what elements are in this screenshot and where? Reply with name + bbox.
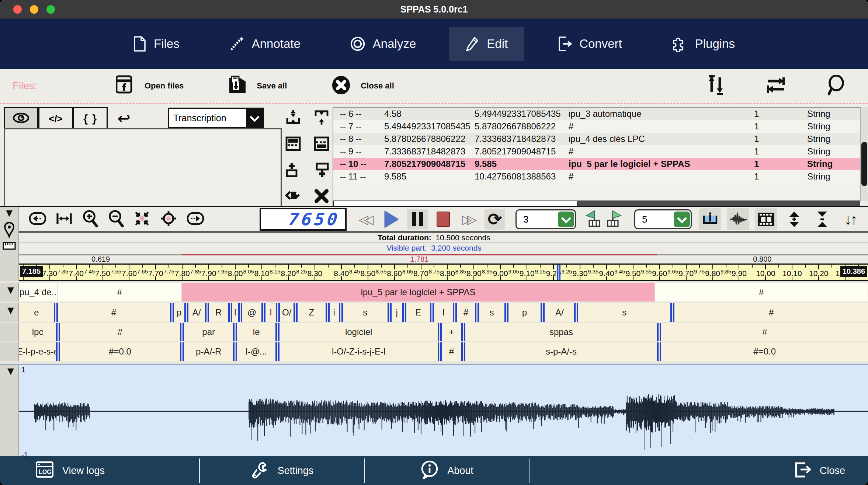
annotation-segment[interactable]: E: [405, 303, 432, 322]
annotation-segment[interactable]: l: [264, 303, 277, 322]
pause-button[interactable]: [407, 209, 428, 230]
nav-tab-files[interactable]: Files: [117, 27, 196, 61]
tier-select-dropdown[interactable]: Transcription: [168, 108, 264, 128]
search-files-icon[interactable]: [826, 75, 846, 97]
annotation-segment[interactable]: logiciel: [278, 323, 439, 341]
annotation-text-area[interactable]: [4, 128, 282, 207]
annotation-segment[interactable]: p: [507, 303, 542, 322]
flag-end-icon[interactable]: [607, 209, 624, 229]
show-video-toggle[interactable]: [755, 208, 777, 230]
table-vscroll-thumb[interactable]: [861, 142, 867, 186]
annotation-segment[interactable]: p-A/-R: [183, 342, 235, 361]
show-waveform-toggle[interactable]: [727, 208, 749, 230]
add-annotation-after-icon[interactable]: [314, 162, 329, 179]
settings-button[interactable]: Settings: [200, 456, 364, 485]
table-hscrollbar[interactable]: [333, 200, 860, 206]
annotation-segment[interactable]: s: [341, 303, 389, 322]
fit-width-icon[interactable]: [56, 212, 72, 227]
view-logs-button[interactable]: LOG View logs: [0, 456, 199, 485]
annotation-segment[interactable]: s-p-A/-s: [464, 342, 659, 361]
playhead-cursor[interactable]: [557, 265, 560, 280]
merge-previous-icon[interactable]: [285, 136, 301, 153]
save-all-button[interactable]: Save all: [228, 75, 287, 97]
expand-tiers-button[interactable]: [783, 208, 805, 230]
annotation-segment[interactable]: ipu_4 de...: [19, 283, 58, 301]
annotation-segment[interactable]: sppas: [464, 323, 659, 341]
play-button[interactable]: [381, 209, 402, 230]
annotation-segment[interactable]: l: [433, 303, 454, 322]
nav-tab-edit[interactable]: Edit: [449, 27, 524, 61]
swap-files-icon[interactable]: [766, 76, 785, 96]
collapse-waveform-icon[interactable]: ▼: [3, 366, 16, 377]
labels-icon[interactable]: [285, 189, 301, 205]
merge-next-icon[interactable]: [314, 136, 329, 153]
scroll-backward-icon[interactable]: [29, 212, 46, 227]
close-button[interactable]: Close: [530, 456, 868, 485]
table-row[interactable]: -- 7 --5.49449233170854355.8780266788062…: [333, 120, 860, 133]
annotation-segment[interactable]: j: [390, 303, 404, 322]
table-hscroll-thumb[interactable]: [333, 201, 577, 206]
collapse-tier-icon[interactable]: ▼: [3, 305, 16, 316]
loop-button[interactable]: ⟳: [485, 209, 505, 230]
table-row[interactable]: -- 11 --9.58510.42756081388563#1String: [333, 170, 860, 183]
view-mode-tab[interactable]: [4, 107, 38, 129]
table-row[interactable]: -- 9 --7.3336837184828737.80521790904871…: [333, 145, 860, 158]
collapse-all-icon[interactable]: ▼: [4, 207, 15, 219]
annotation-segment[interactable]: le: [236, 323, 277, 341]
annotation-segment[interactable]: #: [440, 342, 462, 361]
merge-annotation-icon[interactable]: [286, 109, 301, 127]
annotation-segment[interactable]: par: [183, 323, 235, 341]
nav-tab-convert[interactable]: Convert: [541, 27, 638, 61]
annotation-segment[interactable]: #: [58, 283, 182, 301]
about-button[interactable]: About: [365, 456, 529, 485]
annotation-segment[interactable]: +: [440, 323, 462, 341]
nav-tab-analyze[interactable]: Analyze: [334, 27, 432, 60]
add-annotation-before-icon[interactable]: [285, 162, 301, 179]
zoom-out-icon[interactable]: [108, 210, 124, 229]
table-row[interactable]: -- 10 --7.8052179090487159.585ipu_5 par …: [333, 158, 860, 170]
table-row[interactable]: -- 8 --5.8780266788062227.33368371848287…: [333, 133, 860, 145]
annotation-segment[interactable]: A/: [187, 303, 206, 322]
open-files-button[interactable]: Open files: [116, 75, 184, 97]
nav-tab-annotate[interactable]: Annotate: [213, 27, 317, 61]
time-ruler[interactable]: 7.307.407.507.607.707.807.908.008.108.20…: [19, 264, 868, 281]
annotation-segment[interactable]: s: [577, 303, 672, 322]
delete-annotation-icon[interactable]: [314, 189, 329, 205]
sort-tiers-button[interactable]: ↓↑: [839, 208, 861, 230]
annotation-segment[interactable]: lpc: [19, 323, 58, 341]
period-end-dropdown[interactable]: 5: [634, 209, 692, 229]
annotation-segment[interactable]: #: [59, 323, 181, 341]
center-at-cursor-icon[interactable]: [160, 210, 177, 228]
fast-forward-button[interactable]: ▷▷: [459, 209, 479, 230]
close-all-button[interactable]: Close all: [331, 75, 394, 97]
collapse-tiers-button[interactable]: [811, 208, 833, 230]
annotation-segment[interactable]: #: [655, 283, 868, 301]
annotation-segment[interactable]: p: [173, 303, 186, 322]
annotation-segment[interactable]: A/: [543, 303, 576, 322]
split-annotation-icon[interactable]: [314, 109, 329, 127]
annotation-segment[interactable]: l: [231, 303, 240, 322]
annotation-segment[interactable]: O/: [278, 303, 295, 322]
annotation-segment[interactable]: e: [19, 303, 55, 322]
nav-tab-plugins[interactable]: Plugins: [655, 27, 751, 61]
code-mode-tab[interactable]: </>: [38, 107, 73, 129]
annotation-segment[interactable]: E-l-p-e-s-e: [19, 342, 58, 361]
show-annotations-toggle[interactable]: [699, 208, 721, 230]
stop-button[interactable]: [433, 209, 454, 230]
annotation-segment[interactable]: R: [208, 303, 230, 322]
location-pin-icon[interactable]: [4, 222, 15, 240]
annotation-segment[interactable]: l-@...: [236, 342, 277, 361]
annotation-segment[interactable]: #=0.0: [660, 342, 868, 361]
zoom-fit-selection-icon[interactable]: [133, 210, 150, 228]
json-mode-tab[interactable]: { }: [73, 107, 108, 129]
annotation-segment[interactable]: l-O/-Z-i-s-j-E-l: [278, 342, 439, 361]
annotation-segment[interactable]: #=0.0: [59, 342, 181, 361]
period-start-dropdown[interactable]: 3: [515, 209, 576, 229]
annotation-segment[interactable]: #: [56, 303, 171, 322]
waveform-view[interactable]: 1 -1: [19, 365, 868, 460]
table-row[interactable]: -- 6 --4.585.4944923317085435ipu_3 autom…: [333, 108, 860, 120]
annotation-segment[interactable]: ipu_5 par le logiciel + SPPAS: [182, 283, 655, 301]
collapse-tier-icon[interactable]: ▼: [3, 285, 16, 296]
annotation-segment[interactable]: #: [660, 323, 868, 341]
scroll-forward-icon[interactable]: [187, 212, 204, 227]
